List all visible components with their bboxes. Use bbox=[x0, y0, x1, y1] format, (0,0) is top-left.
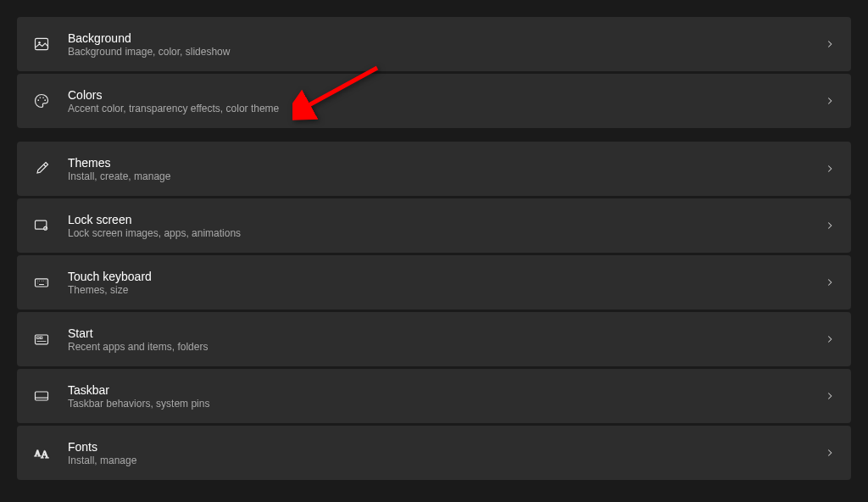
taskbar-icon bbox=[32, 387, 51, 405]
chevron-right-icon bbox=[824, 390, 836, 402]
chevron-right-icon bbox=[824, 333, 836, 345]
settings-item-title: Start bbox=[68, 326, 824, 340]
svg-rect-12 bbox=[36, 392, 48, 400]
chevron-right-icon bbox=[824, 447, 836, 459]
picture-icon bbox=[32, 35, 51, 53]
settings-item-desc: Install, create, manage bbox=[68, 170, 824, 182]
settings-item-title: Touch keyboard bbox=[68, 270, 824, 283]
settings-item-desc: Taskbar behaviors, system pins bbox=[68, 398, 824, 410]
settings-item-text: Start Recent apps and items, folders bbox=[68, 326, 824, 353]
settings-item-desc: Install, manage bbox=[68, 455, 824, 466]
settings-item-title: Themes bbox=[68, 156, 824, 170]
svg-point-4 bbox=[42, 97, 44, 98]
svg-point-2 bbox=[37, 99, 39, 101]
chevron-right-icon bbox=[824, 95, 836, 107]
settings-item-text: Taskbar Taskbar behaviors, system pins bbox=[68, 383, 824, 410]
lockscreen-icon bbox=[32, 216, 51, 235]
settings-item-title: Taskbar bbox=[68, 383, 824, 397]
chevron-right-icon bbox=[824, 220, 836, 231]
settings-item-background[interactable]: Background Background image, color, slid… bbox=[17, 17, 851, 71]
settings-item-desc: Accent color, transparency effects, colo… bbox=[68, 103, 824, 114]
svg-rect-10 bbox=[37, 337, 40, 339]
palette-icon bbox=[32, 92, 51, 110]
settings-item-text: Background Background image, color, slid… bbox=[68, 31, 824, 58]
settings-item-title: Fonts bbox=[68, 440, 824, 454]
settings-item-text: Colors Accent color, transparency effect… bbox=[68, 88, 824, 114]
settings-item-themes[interactable]: Themes Install, create, manage bbox=[17, 142, 851, 196]
svg-rect-11 bbox=[40, 337, 42, 339]
svg-point-1 bbox=[38, 42, 41, 44]
settings-item-title: Background bbox=[68, 31, 824, 45]
chevron-right-icon bbox=[824, 276, 836, 288]
chevron-right-icon bbox=[824, 38, 836, 50]
settings-item-colors[interactable]: Colors Accent color, transparency effect… bbox=[17, 74, 851, 128]
chevron-right-icon bbox=[824, 163, 836, 175]
settings-item-text: Themes Install, create, manage bbox=[68, 156, 824, 182]
settings-list: Background Background image, color, slid… bbox=[0, 0, 868, 480]
settings-item-text: Lock screen Lock screen images, apps, an… bbox=[68, 213, 824, 239]
settings-item-text: Fonts Install, manage bbox=[68, 440, 824, 466]
paintbrush-icon bbox=[32, 159, 51, 178]
fonts-icon: AA bbox=[32, 443, 51, 462]
group-separator bbox=[17, 131, 851, 139]
settings-item-desc: Lock screen images, apps, animations bbox=[68, 227, 824, 239]
settings-item-taskbar[interactable]: Taskbar Taskbar behaviors, system pins bbox=[17, 369, 851, 423]
settings-item-start[interactable]: Start Recent apps and items, folders bbox=[17, 312, 851, 366]
settings-item-desc: Recent apps and items, folders bbox=[68, 341, 824, 353]
keyboard-icon bbox=[32, 273, 51, 292]
svg-text:A: A bbox=[41, 449, 48, 460]
settings-item-text: Touch keyboard Themes, size bbox=[68, 270, 824, 296]
svg-rect-9 bbox=[36, 335, 48, 344]
svg-point-3 bbox=[40, 97, 42, 98]
settings-item-desc: Themes, size bbox=[68, 284, 824, 296]
svg-point-5 bbox=[44, 99, 46, 101]
settings-item-title: Colors bbox=[68, 88, 824, 102]
settings-item-lockscreen[interactable]: Lock screen Lock screen images, apps, an… bbox=[17, 198, 851, 253]
settings-item-fonts[interactable]: AA Fonts Install, manage bbox=[17, 426, 851, 480]
settings-item-title: Lock screen bbox=[68, 213, 824, 226]
start-layout-icon bbox=[32, 330, 51, 349]
settings-item-desc: Background image, color, slideshow bbox=[68, 46, 824, 58]
settings-item-touchkeyboard[interactable]: Touch keyboard Themes, size bbox=[17, 255, 851, 310]
